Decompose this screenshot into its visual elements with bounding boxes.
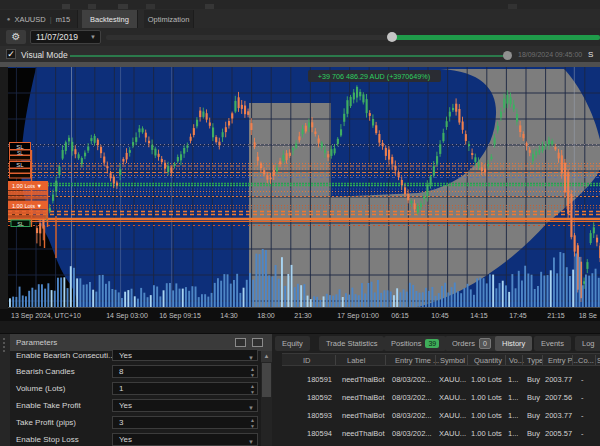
svg-text:14:30: 14:30	[220, 312, 238, 319]
svg-text:SL: SL	[16, 162, 24, 168]
svg-text:14 Sep 03:00: 14 Sep 03:00	[106, 312, 148, 320]
svg-text:21:30: 21:30	[294, 312, 312, 319]
svg-text:1.00 Lots ▼: 1.00 Lots ▼	[12, 203, 42, 209]
svg-text:10:45: 10:45	[431, 312, 449, 319]
svg-text:SL: SL	[17, 150, 23, 156]
svg-text:21:15: 21:15	[547, 312, 565, 319]
svg-text:+39 706 486.29 AUD (+3970649%): +39 706 486.29 AUD (+3970649%)	[318, 72, 430, 81]
svg-text:06:15: 06:15	[391, 312, 409, 319]
svg-text:18 Se: 18 Se	[579, 312, 597, 319]
svg-text:17 Sep 01:00: 17 Sep 01:00	[337, 312, 379, 320]
svg-text:13 Sep 2024, UTC+10: 13 Sep 2024, UTC+10	[11, 312, 81, 320]
svg-text:SL: SL	[17, 221, 24, 227]
svg-text:1.00 Lots ▼: 1.00 Lots ▼	[12, 183, 42, 189]
svg-text:16 Sep 09:15: 16 Sep 09:15	[159, 312, 201, 320]
svg-text:17:45: 17:45	[509, 312, 527, 319]
svg-text:14:15: 14:15	[470, 312, 488, 319]
svg-text:18:00: 18:00	[257, 312, 275, 319]
